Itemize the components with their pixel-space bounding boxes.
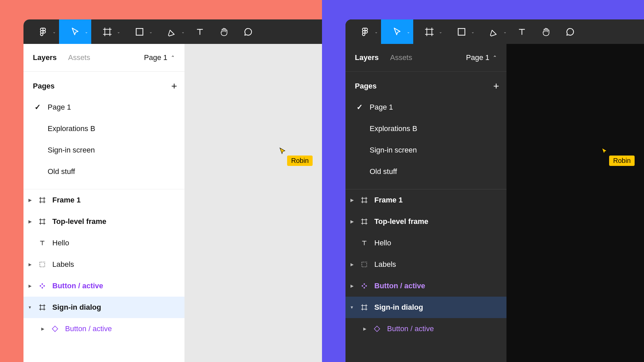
logo-tool[interactable]: ⌄ [349, 19, 381, 44]
app-window-dark: ⌄ ⌄ ⌄ ⌄ ⌄ [345, 19, 644, 362]
expand-icon[interactable]: ▶ [350, 284, 354, 288]
move-tool[interactable]: ⌄ [59, 19, 91, 44]
text-tool[interactable] [510, 19, 534, 44]
collapse-icon[interactable]: ▼ [28, 305, 32, 310]
layer-label: Button / active [52, 282, 103, 290]
pages-header: Pages + [345, 76, 506, 97]
tab-assets[interactable]: Assets [390, 53, 412, 62]
layer-item-text[interactable]: Hello [23, 232, 184, 254]
chevron-down-icon: ⌄ [117, 29, 120, 34]
layer-label: Button / active [374, 282, 425, 290]
page-item[interactable]: ✓Page 1 [345, 97, 506, 118]
toolbar: ⌄ ⌄ ⌄ ⌄ ⌄ [345, 19, 644, 44]
shape-tool[interactable]: ⌄ [445, 19, 478, 44]
expand-icon[interactable]: ▶ [362, 326, 367, 331]
expand-icon[interactable]: ▶ [28, 219, 32, 224]
expand-icon[interactable]: ▶ [350, 262, 354, 267]
layer-item-frame-selected[interactable]: ▼ Sign-in dialog [23, 297, 184, 318]
logo-tool[interactable]: ⌄ [27, 19, 59, 44]
layer-item-frame[interactable]: ▶ Top-level frame [345, 211, 506, 232]
pages-list: ✓Page 1 Explorations B Sign-in screen Ol… [345, 97, 506, 189]
page-item[interactable]: Sign-in screen [23, 139, 184, 161]
page-item[interactable]: Explorations B [23, 118, 184, 139]
add-page-button[interactable]: + [493, 80, 499, 92]
page-item[interactable]: Old stuff [345, 161, 506, 182]
expand-icon[interactable]: ▶ [28, 262, 32, 267]
expand-icon[interactable]: ▶ [28, 198, 32, 202]
layer-item-frame-selected[interactable]: ▼ Sign-in dialog [345, 297, 506, 318]
frame-tool[interactable]: ⌄ [91, 19, 123, 44]
tab-layers[interactable]: Layers [355, 53, 379, 62]
layer-label: Button / active [387, 324, 434, 333]
layer-item-text[interactable]: Hello [345, 232, 506, 254]
page-item[interactable]: Sign-in screen [345, 139, 506, 161]
pages-list: ✓Page 1 Explorations B Sign-in screen Ol… [23, 97, 184, 189]
page-item[interactable]: ✓Page 1 [23, 97, 184, 118]
page-item[interactable]: Old stuff [23, 161, 184, 182]
layer-item-instance[interactable]: ▶ Button / active [23, 318, 184, 340]
pen-tool[interactable]: ⌄ [478, 19, 510, 44]
frame-tool[interactable]: ⌄ [413, 19, 445, 44]
page-label: Old stuff [370, 167, 397, 176]
layer-label: Button / active [65, 324, 112, 333]
page-selector[interactable]: Page 1 ⌃ [466, 53, 497, 62]
frame-icon [38, 195, 47, 205]
frame-icon [424, 27, 434, 37]
expand-icon[interactable]: ▶ [350, 219, 354, 224]
layer-item-group[interactable]: ▶ Labels [345, 254, 506, 275]
frame-icon [38, 217, 47, 226]
layer-item-component[interactable]: ▶ Button / active [23, 275, 184, 297]
hand-tool[interactable] [534, 19, 558, 44]
expand-icon[interactable]: ▶ [40, 326, 45, 331]
left-panel: Layers Assets Page 1 ⌃ Pages + ✓Page 1 E… [345, 44, 506, 362]
panel-tabs: Layers Assets Page 1 ⌃ [345, 44, 506, 72]
text-tool[interactable] [188, 19, 212, 44]
check-icon: ✓ [356, 103, 363, 112]
group-icon [360, 260, 369, 269]
instance-icon [372, 324, 382, 334]
collapse-icon[interactable]: ▼ [350, 305, 354, 310]
shape-tool[interactable]: ⌄ [123, 19, 156, 44]
move-tool[interactable]: ⌄ [381, 19, 413, 44]
collaborator-cursor: Robin [278, 147, 313, 166]
add-page-button[interactable]: + [171, 80, 177, 92]
chevron-down-icon: ⌄ [407, 29, 410, 34]
page-label: Old stuff [48, 167, 75, 176]
expand-icon[interactable]: ▶ [350, 198, 354, 202]
chevron-down-icon: ⌄ [85, 29, 88, 34]
layer-item-frame[interactable]: ▶ Top-level frame [23, 211, 184, 232]
page-selector[interactable]: Page 1 ⌃ [144, 53, 175, 62]
chevron-down-icon: ⌄ [181, 29, 184, 34]
layer-item-component[interactable]: ▶ Button / active [345, 275, 506, 297]
chevron-down-icon: ⌄ [53, 29, 56, 34]
comment-tool[interactable] [558, 19, 582, 44]
tab-layers[interactable]: Layers [33, 53, 57, 62]
layer-item-frame[interactable]: ▶ Frame 1 [23, 189, 184, 211]
page-item[interactable]: Explorations B [345, 118, 506, 139]
rectangle-icon [135, 27, 145, 37]
comment-icon [565, 27, 575, 37]
collaborator-cursor: Robin [600, 147, 635, 166]
check-icon: ✓ [34, 103, 41, 112]
layer-item-instance[interactable]: ▶ Button / active [345, 318, 506, 340]
layer-label: Hello [374, 239, 391, 247]
component-icon [38, 281, 47, 291]
hand-tool[interactable] [212, 19, 236, 44]
collaborator-name: Robin [287, 156, 313, 166]
expand-icon[interactable]: ▶ [28, 284, 32, 288]
layers-list: ▶ Frame 1 ▶ Top-level frame Hello ▶ [345, 189, 506, 340]
pages-title: Pages [355, 82, 377, 90]
group-icon [38, 260, 47, 269]
cursor-icon [70, 27, 80, 37]
tab-assets[interactable]: Assets [68, 53, 90, 62]
page-label: Page 1 [370, 103, 393, 112]
pen-tool[interactable]: ⌄ [156, 19, 188, 44]
layer-label: Labels [52, 260, 74, 269]
cursor-icon [600, 151, 609, 157]
layer-item-group[interactable]: ▶ Labels [23, 254, 184, 275]
layer-item-frame[interactable]: ▶ Frame 1 [345, 189, 506, 211]
comment-tool[interactable] [236, 19, 260, 44]
page-label: Sign-in screen [48, 146, 95, 155]
frame-icon [360, 303, 369, 312]
rectangle-icon [457, 27, 467, 37]
